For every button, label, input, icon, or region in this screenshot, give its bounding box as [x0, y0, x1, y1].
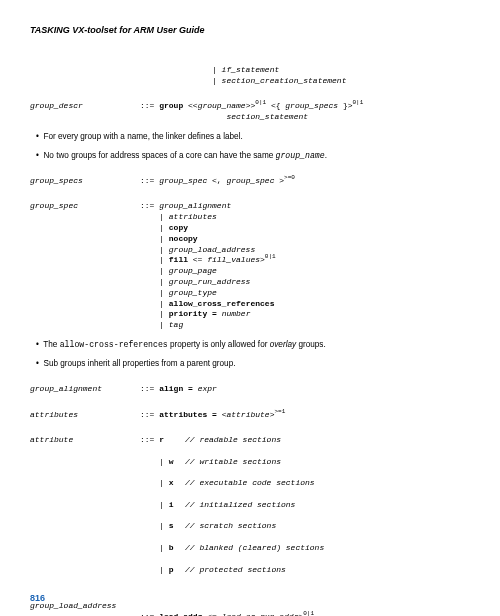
rule-group-specs: group_specs::= group_spec <, group_spec …: [30, 165, 470, 187]
rule-group-spec: group_spec::= group_alignment | attribut…: [30, 191, 470, 331]
page-title: TASKING VX-toolset for ARM User Guide: [30, 24, 470, 36]
rule-attributes: attributes::= attributes = <attribute>>=…: [30, 399, 470, 421]
bullet-4: • Sub groups inherit all properties from…: [30, 358, 470, 369]
rule-attribute: attribute::= r// readable sections | w//…: [30, 424, 470, 586]
bullet-2: • No two groups for address spaces of a …: [30, 150, 470, 161]
rule-group-alignment: group_alignment::= align = expr: [30, 373, 470, 395]
bullet-3: • The allow-cross-references property is…: [30, 339, 470, 350]
rule-group-load-address: group_load_address ::= load_addr <= load…: [30, 590, 470, 616]
page-number: 816: [30, 592, 45, 604]
rule-group-descr: group_descr::= group <<group_name>>0|1 <…: [30, 91, 470, 123]
rule-block-0: | if_statement | section_creation_statem…: [30, 54, 470, 86]
bullet-1: • For every group with a name, the linke…: [30, 131, 470, 142]
